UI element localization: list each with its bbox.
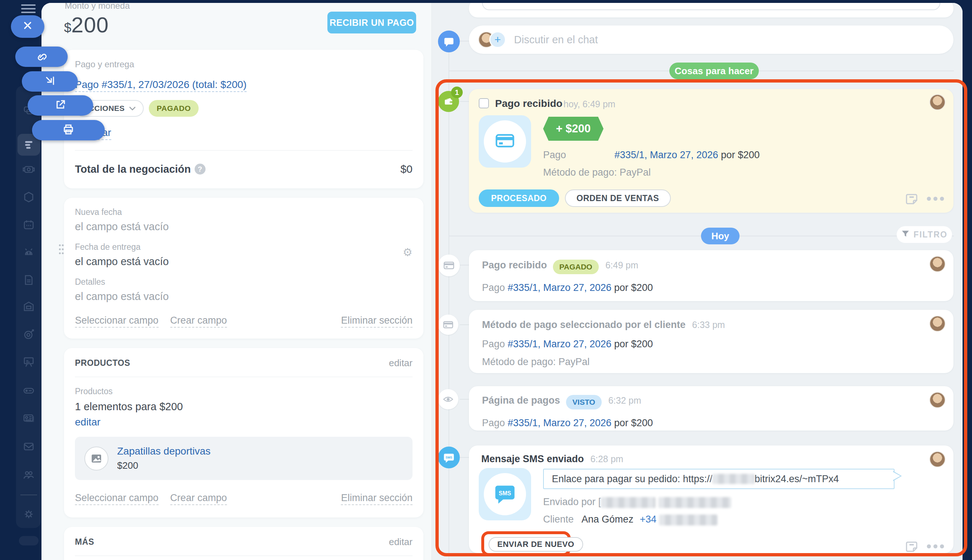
- product-price: $200: [117, 460, 211, 471]
- copy-link-button[interactable]: [15, 47, 68, 67]
- filter-button[interactable]: FILTRO: [897, 226, 952, 243]
- plus-icon[interactable]: +: [489, 31, 506, 48]
- calendar-icon[interactable]: [22, 218, 35, 231]
- robot-icon[interactable]: [22, 246, 35, 259]
- comment-input-outline[interactable]: [482, 3, 940, 10]
- timeline-event-method-selected: Método de pago seleccionado por el clien…: [469, 310, 954, 373]
- today-divider-pill[interactable]: Hoy: [701, 228, 740, 244]
- create-field-link[interactable]: Crear campo: [170, 492, 227, 505]
- note-icon[interactable]: [905, 539, 919, 555]
- timeline-event-payment-page: Página de pagosVISTO6:32 pm Pago #335/1,…: [469, 386, 954, 430]
- warehouse-icon[interactable]: [22, 300, 35, 313]
- drive-icon[interactable]: [22, 384, 35, 397]
- event-title: Pago recibido: [495, 98, 562, 110]
- document-icon[interactable]: [22, 273, 35, 287]
- processed-button[interactable]: PROCESADO: [479, 190, 559, 207]
- select-field-link[interactable]: Seleccionar campo: [75, 315, 158, 328]
- close-button[interactable]: [11, 15, 44, 38]
- bitrix24-deal-page: Monto y moneda $200 RECIBIR UN PAGO Pago…: [0, 0, 972, 560]
- more-edit-link[interactable]: editar: [389, 537, 412, 548]
- event-time: hoy, 6:49 pm: [564, 99, 615, 110]
- products-field-label: Productos: [75, 387, 412, 397]
- delete-section-link[interactable]: Eliminar sección: [341, 492, 412, 505]
- print-button[interactable]: [32, 120, 105, 140]
- wallet-icon: 1: [438, 91, 459, 112]
- payment-detail-link[interactable]: Pago #335/1, 27/03/2026 (total: $200): [75, 79, 247, 92]
- collapse-button[interactable]: [22, 71, 78, 92]
- delete-section-link[interactable]: Eliminar sección: [341, 315, 412, 328]
- feed-icon[interactable]: [22, 138, 35, 151]
- link-icon: [35, 50, 48, 64]
- svg-text:SMS: SMS: [499, 490, 511, 497]
- product-name-link[interactable]: Zapatillas deportivas: [117, 445, 211, 457]
- select-field-link[interactable]: Seleccionar campo: [75, 492, 158, 505]
- pinned-payment-card: Pago recibido hoy, 6:49 pm + $200 Pago#3…: [469, 89, 954, 213]
- sms-tile: SMS: [479, 468, 531, 520]
- avatar: [929, 94, 945, 110]
- deal-total-value: $0: [400, 163, 412, 175]
- todo-counter-badge: 1: [451, 87, 463, 98]
- open-new-window-button[interactable]: [28, 95, 93, 116]
- deal-slider-panel: Monto y moneda $200 RECIBIR UN PAGO Pago…: [42, 3, 962, 560]
- rail-connector: [460, 399, 469, 400]
- hexagon-icon[interactable]: [22, 190, 35, 203]
- todo-divider-pill[interactable]: Cosas para hacer: [669, 63, 759, 79]
- products-edit-link[interactable]: editar: [389, 357, 412, 369]
- comment-card-cut: [469, 3, 954, 17]
- sidebar-bottom-pill: [19, 536, 38, 545]
- sales-order-button[interactable]: ORDEN DE VENTAS: [565, 190, 671, 207]
- more-card: MÁS editar Tipo de negociación Ventas Fe…: [64, 527, 423, 560]
- payment-link[interactable]: #335/1, Marzo 27, 2026: [614, 150, 718, 160]
- resend-button[interactable]: ENVIAR DE NUEVO: [489, 537, 583, 552]
- todo-checkbox[interactable]: [479, 98, 489, 108]
- payment-link[interactable]: #335/1, Marzo 27, 2026: [508, 338, 612, 350]
- field-detalles[interactable]: Detalles el campo está vacío: [75, 277, 412, 303]
- chat-bubble-icon[interactable]: [438, 30, 460, 52]
- help-icon[interactable]: ?: [195, 163, 205, 175]
- presentation-icon[interactable]: [22, 355, 35, 368]
- field-fecha-entrega[interactable]: Fecha de entrega el campo está vacío ⚙: [75, 242, 412, 268]
- mail-icon[interactable]: [22, 440, 35, 453]
- payment-tile: [479, 115, 531, 168]
- rail-connector: [460, 324, 469, 325]
- timeline-event-payment-received: Pago recibidoPAGADO6:49 pm Pago #335/1, …: [469, 250, 954, 301]
- redacted-text: [659, 497, 731, 508]
- more-options-icon[interactable]: [927, 544, 944, 548]
- contact-card-icon[interactable]: [22, 412, 35, 425]
- client-phone-link[interactable]: +34: [640, 514, 657, 525]
- products-section-title: PRODUCTOS: [75, 358, 130, 368]
- note-icon[interactable]: [905, 192, 919, 207]
- create-field-link[interactable]: Crear campo: [170, 315, 227, 328]
- field-nueva-fecha[interactable]: Nueva fecha el campo está vacío: [75, 207, 412, 233]
- status-badge: PAGADO: [553, 260, 599, 274]
- bubble-tail: [893, 471, 902, 481]
- deal-total-label: Total de la negociación: [75, 163, 191, 175]
- amount-received-badge: + $200: [543, 117, 604, 141]
- sms-bubble-icon: SMS: [493, 482, 517, 507]
- rail-connector: [460, 457, 469, 458]
- product-row[interactable]: Zapatillas deportivas $200: [75, 437, 412, 480]
- payment-method-line: Método de pago: PayPal: [543, 167, 651, 178]
- gear-icon[interactable]: [22, 508, 35, 521]
- payment-link[interactable]: #335/1, Marzo 27, 2026: [508, 417, 612, 428]
- field-settings-gear-icon[interactable]: ⚙: [403, 246, 412, 258]
- payment-link[interactable]: #335/1, Marzo 27, 2026: [508, 282, 612, 293]
- receive-payment-button[interactable]: RECIBIR UN PAGO: [327, 12, 416, 33]
- chat-input-row[interactable]: +: [469, 25, 954, 54]
- payment-section-label: Pago y entrega: [75, 59, 412, 70]
- funnel-icon: [901, 230, 910, 240]
- target-icon[interactable]: [22, 327, 35, 340]
- timeline-event-sms: Mensaje SMS enviado6:28 pm SMS Enlace pa…: [469, 445, 954, 553]
- drag-handle-icon[interactable]: [59, 244, 63, 257]
- amount-field-label: Monto y moneda: [65, 3, 130, 11]
- avatar: [929, 256, 945, 272]
- hamburger-menu-icon[interactable]: [21, 4, 36, 14]
- more-options-icon[interactable]: [927, 197, 944, 201]
- chat-input[interactable]: [514, 34, 914, 46]
- avatar: [929, 392, 945, 408]
- users-icon[interactable]: [22, 468, 35, 482]
- deal-details-column: Monto y moneda $200 RECIBIR UN PAGO Pago…: [42, 3, 432, 560]
- camera-icon[interactable]: [22, 163, 35, 176]
- products-edit-items-link[interactable]: editar: [75, 417, 100, 428]
- payment-delivery-card: Pago y entrega Pago #335/1, 27/03/2026 (…: [64, 50, 423, 188]
